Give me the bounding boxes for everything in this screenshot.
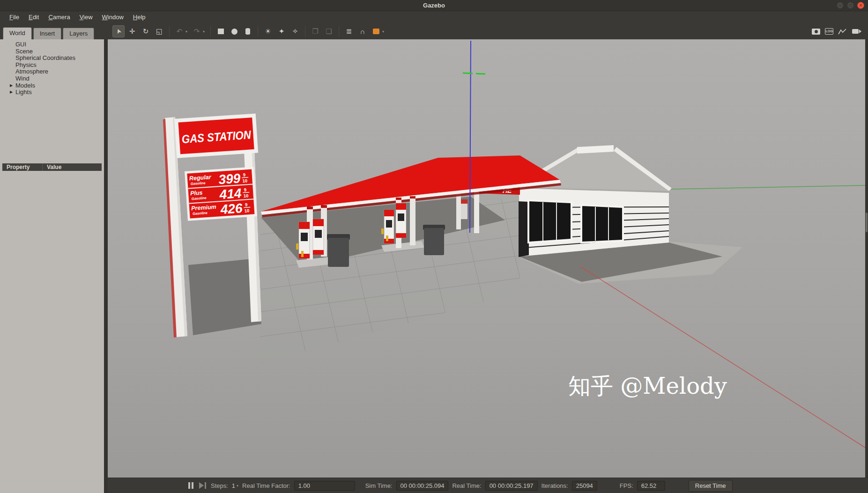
sign-board-top: GAS STATION <box>174 113 258 158</box>
pause-button[interactable] <box>187 481 194 490</box>
tree-item-lights[interactable]: ▶Lights <box>0 89 104 96</box>
log-recorder-icon[interactable]: LOG <box>825 28 833 35</box>
select-tool-icon[interactable]: ➤ <box>112 25 125 37</box>
expand-arrow-icon[interactable]: ▶ <box>10 89 13 96</box>
panel-tabs: World Insert Layers <box>0 27 104 39</box>
tab-layers[interactable]: Layers <box>63 28 94 39</box>
plot-chart-icon[interactable] <box>838 28 847 35</box>
tree-item-scene[interactable]: Scene <box>0 48 104 55</box>
toolbar-separator <box>258 26 258 37</box>
menubar: File Edit Camera View Window Help <box>0 11 868 23</box>
insert-sphere-icon[interactable] <box>228 25 240 37</box>
rotate-tool-icon[interactable]: ↻ <box>140 25 152 37</box>
steps-label: Steps: <box>211 482 228 489</box>
sign-price-board: Regular Gasoline 399 9 10 Plus Gasoline … <box>185 167 257 221</box>
price-value: 414 <box>219 186 242 202</box>
window-title: Gazebo <box>423 2 445 9</box>
svg-text:10: 10 <box>242 178 247 184</box>
tree-item-models[interactable]: ▶Models <box>0 82 104 89</box>
chevron-down-icon: ▾ <box>237 484 238 488</box>
svg-text:10: 10 <box>243 193 248 199</box>
svg-text:9: 9 <box>243 172 245 177</box>
gazebo-window: Gazebo − □ × File Edit Camera View Windo… <box>0 0 868 493</box>
titlebar: Gazebo − □ × <box>0 0 868 11</box>
redo-icon[interactable]: ↷ <box>191 25 203 37</box>
iterations-label: Iterations: <box>542 482 568 489</box>
redo-dropdown-icon[interactable]: ▾ <box>203 29 207 34</box>
svg-text:10: 10 <box>244 208 249 213</box>
menu-edit[interactable]: Edit <box>24 11 44 23</box>
sim-time-label: Sim Time: <box>365 482 393 489</box>
scrollbar-handle[interactable] <box>866 213 868 232</box>
viewport-3d[interactable]: HE <box>108 39 865 478</box>
expand-arrow-icon[interactable]: ▶ <box>10 82 13 89</box>
trash-bin[interactable] <box>328 238 349 267</box>
window-controls: − □ × <box>837 2 864 9</box>
video-record-icon[interactable] <box>852 29 861 34</box>
panel-resize-splitter[interactable] <box>104 39 108 493</box>
step-button[interactable] <box>198 481 207 490</box>
scene-canvas: HE <box>108 39 865 478</box>
toolbar: ➤ ✛ ↻ ◱ ↶ ▾ ↷ ▾ ☀ ✦ ✧ ❐ ❏ ≣ ∩ ▾ <box>108 23 868 39</box>
fps-label: FPS: <box>620 482 633 489</box>
rtf-field: 1.00 <box>294 481 355 491</box>
toolbar-separator <box>210 26 211 37</box>
point-light-icon[interactable]: ☀ <box>262 25 274 37</box>
align-tool-icon[interactable]: ≣ <box>343 25 355 37</box>
close-button-icon[interactable]: × <box>857 2 864 9</box>
paste-icon[interactable]: ❏ <box>323 25 335 37</box>
scale-tool-icon[interactable]: ◱ <box>153 25 165 37</box>
viewport-right-scrollbar[interactable] <box>865 39 868 478</box>
store-windows-left <box>529 201 571 242</box>
menu-view[interactable]: View <box>75 11 97 23</box>
insert-box-icon[interactable] <box>215 25 227 37</box>
menu-camera[interactable]: Camera <box>44 11 74 23</box>
panel-splitter-handle[interactable]: ···· <box>0 160 104 163</box>
statusbar: Steps: 1▾ Real Time Factor: 1.00 Sim Tim… <box>108 478 868 493</box>
price-value: 399 <box>218 171 241 187</box>
toolbar-separator <box>339 26 339 37</box>
building-editor-icon[interactable] <box>370 25 382 37</box>
maximize-button-icon[interactable]: □ <box>847 2 854 9</box>
world-tree: GUI Scene Spherical Coordinates Physics … <box>0 39 104 96</box>
tree-item-wind[interactable]: Wind <box>0 75 104 82</box>
fps-field: 62.52 <box>637 481 665 491</box>
reset-time-button[interactable]: Reset Time <box>689 480 733 492</box>
minimize-button-icon[interactable]: − <box>837 2 844 9</box>
property-table-header: Property Value <box>2 163 102 171</box>
svg-text:9: 9 <box>245 202 248 207</box>
tree-item-atmosphere[interactable]: Atmosphere <box>0 68 104 75</box>
directional-light-icon[interactable]: ✧ <box>289 25 301 37</box>
menu-help[interactable]: Help <box>128 11 150 23</box>
spot-light-icon[interactable]: ✦ <box>275 25 288 37</box>
steps-spinner[interactable]: 1▾ <box>232 482 238 489</box>
copy-icon[interactable]: ❐ <box>309 25 321 37</box>
world-panel: GUI Scene Spherical Coordinates Physics … <box>0 39 104 493</box>
tree-item-physics[interactable]: Physics <box>0 62 104 69</box>
watermark: 知乎 @Melody <box>568 373 727 399</box>
menu-file[interactable]: File <box>5 11 24 23</box>
store-windows-right <box>582 206 622 242</box>
undo-dropdown-icon[interactable]: ▾ <box>185 29 189 34</box>
iterations-field: 25094 <box>572 481 597 491</box>
viewport-background <box>108 39 865 478</box>
rtf-label: Real Time Factor: <box>242 482 290 489</box>
store-door <box>519 201 529 257</box>
tree-item-spherical-coordinates[interactable]: Spherical Coordinates <box>0 55 104 62</box>
real-time-label: Real Time: <box>452 482 481 489</box>
top-strip: World Insert Layers ➤ ✛ ↻ ◱ ↶ ▾ ↷ ▾ ☀ ✦ … <box>0 23 868 39</box>
menu-window[interactable]: Window <box>97 11 128 23</box>
tab-insert[interactable]: Insert <box>33 28 62 39</box>
insert-cylinder-icon[interactable] <box>242 25 254 37</box>
snap-tool-icon[interactable]: ∩ <box>356 25 369 37</box>
sim-time-field: 00 00:00:25.094 <box>396 481 449 491</box>
tab-world[interactable]: World <box>3 27 32 39</box>
screenshot-camera-icon[interactable] <box>812 29 820 35</box>
undo-icon[interactable]: ↶ <box>173 25 185 37</box>
value-column-header: Value <box>42 163 102 171</box>
translate-tool-icon[interactable]: ✛ <box>126 25 138 37</box>
building-editor-dropdown-icon[interactable]: ▾ <box>382 29 386 34</box>
toolbar-right-group: LOG <box>812 28 868 35</box>
tree-item-gui[interactable]: GUI <box>0 41 104 48</box>
trash-bin[interactable] <box>424 228 444 255</box>
